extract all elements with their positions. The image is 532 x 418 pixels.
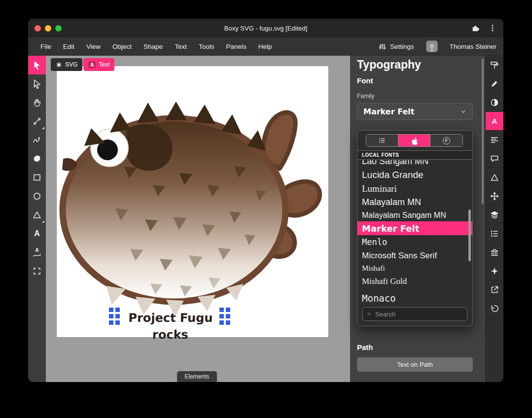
speech-bubble-icon <box>490 154 499 164</box>
layers-icon <box>490 210 499 220</box>
brush-panel-button[interactable] <box>486 74 503 93</box>
typography-icon: A <box>492 117 497 125</box>
menu-file[interactable]: File <box>40 43 51 50</box>
right-toolbar: A <box>485 56 503 382</box>
compositing-panel-button[interactable] <box>486 93 503 112</box>
edit-points-icon <box>32 116 42 126</box>
main-area: A A <box>28 56 503 382</box>
elements-panel-tab[interactable]: Elements <box>177 371 217 382</box>
user-avatar[interactable] <box>426 40 438 52</box>
transform-panel-button[interactable] <box>486 187 503 206</box>
list-icon <box>378 137 386 144</box>
selection-handles-left[interactable] <box>109 308 120 325</box>
panel-scrollbar[interactable] <box>482 59 484 204</box>
canvas-area[interactable]: Project Fugu rocks SVG <box>46 56 350 382</box>
tab-fontshare[interactable]: F <box>430 135 462 146</box>
minimize-window-button[interactable] <box>45 25 51 32</box>
selection-handles-right[interactable] <box>219 308 230 325</box>
breadcrumb-svg-chip[interactable]: SVG <box>51 58 82 71</box>
menu-help[interactable]: Help <box>258 43 272 50</box>
font-option[interactable]: Mishafi <box>357 262 472 275</box>
plugins-panel-button[interactable] <box>486 262 503 280</box>
brush-icon <box>490 79 499 89</box>
pencil-tool[interactable] <box>28 131 46 149</box>
menu-text[interactable]: Text <box>175 43 187 50</box>
text-tool[interactable]: A <box>28 224 46 243</box>
fugu-illustration[interactable] <box>57 66 328 337</box>
menu-panels[interactable]: Panels <box>226 43 246 50</box>
local-fonts-header: LOCAL FONTS <box>357 150 472 160</box>
menu-edit[interactable]: Edit <box>63 43 74 50</box>
rect-tool[interactable] <box>28 168 46 187</box>
extensions-icon[interactable] <box>471 24 480 33</box>
text-on-path-button[interactable]: Text on Path <box>357 357 473 372</box>
font-option[interactable]: Malayalam MN <box>357 196 472 209</box>
polygon-tool[interactable] <box>28 206 46 224</box>
text-path-tool[interactable]: A <box>28 243 46 262</box>
font-option[interactable]: Lao Sangam MN <box>357 160 472 168</box>
breadcrumb: SVG A Text <box>51 58 114 71</box>
direct-select-tool[interactable] <box>28 74 46 93</box>
blob-tool[interactable] <box>28 149 46 168</box>
menu-shape[interactable]: Shape <box>143 43 163 50</box>
objects-panel-button[interactable] <box>486 224 503 243</box>
font-list-scrollbar[interactable] <box>468 209 471 261</box>
zoom-window-button[interactable] <box>55 25 62 32</box>
text-layout-panel-button[interactable] <box>486 131 503 149</box>
font-family-value: Marker Felt <box>363 107 414 116</box>
font-option[interactable]: Microsoft Sans Serif <box>357 249 472 262</box>
font-option-label: Microsoft Sans Serif <box>362 251 437 261</box>
font-option[interactable]: Monaco <box>357 288 472 304</box>
font-option[interactable]: Lucida Grande <box>357 168 472 182</box>
points-tool[interactable] <box>28 112 46 131</box>
ellipse-tool[interactable] <box>28 187 46 206</box>
font-option[interactable]: Menlo <box>357 235 472 249</box>
breadcrumb-text-chip[interactable]: A Text <box>83 58 114 71</box>
app-window: Boxy SVG - fugu.svg [Edited] File Edit V… <box>28 19 503 382</box>
paint-panel-button[interactable] <box>486 56 503 74</box>
geometry-panel-button[interactable] <box>486 168 503 187</box>
select-tool[interactable] <box>28 56 46 74</box>
font-option-label: Marker Felt <box>362 223 419 234</box>
panel-title: Typography <box>357 58 421 71</box>
library-panel-button[interactable] <box>486 243 503 262</box>
font-option-label: Monaco <box>362 293 396 304</box>
settings-button[interactable]: Settings <box>378 42 414 51</box>
rectangle-icon <box>32 173 42 182</box>
history-panel-button[interactable] <box>486 299 503 318</box>
undo-arrow-icon <box>490 304 499 314</box>
font-search-input[interactable] <box>374 310 463 318</box>
canvas-text-object[interactable]: Project Fugu rocks <box>115 310 227 326</box>
close-window-button[interactable] <box>35 25 41 32</box>
export-panel-button[interactable] <box>486 280 503 299</box>
path-curve-icon <box>33 253 41 257</box>
view-tool[interactable] <box>28 262 46 280</box>
arrangement-panel-button[interactable] <box>486 206 503 224</box>
select-cursor-icon <box>32 60 42 70</box>
font-picker-popup: F LOCAL FONTS Lao Sangam MN Lucida Grand… <box>357 130 473 326</box>
text-path-icon: A <box>35 248 38 253</box>
hand-tool[interactable] <box>28 93 46 112</box>
font-option-selected[interactable]: Marker Felt <box>357 221 472 235</box>
tab-font-list[interactable] <box>366 135 398 146</box>
menu-object[interactable]: Object <box>112 43 132 50</box>
triangle-outline-icon <box>490 173 499 182</box>
font-option[interactable]: Mishafi Gold <box>357 275 472 288</box>
typography-panel-button[interactable]: A <box>486 112 503 131</box>
fullscreen-brackets-icon <box>32 266 42 276</box>
apple-icon <box>411 137 418 145</box>
tab-local-fonts[interactable] <box>398 135 430 146</box>
menu-tools[interactable]: Tools <box>199 43 214 50</box>
font-option-label: Lao Sangam MN <box>362 160 428 167</box>
breadcrumb-svg-label: SVG <box>65 61 77 68</box>
fontshare-icon: F <box>443 137 450 144</box>
font-option[interactable]: Malayalam Sangam MN <box>357 209 472 221</box>
font-option[interactable]: Luminari <box>357 182 472 196</box>
comments-panel-button[interactable] <box>486 149 503 168</box>
menu-view[interactable]: View <box>86 43 101 50</box>
kebab-menu-icon[interactable] <box>489 24 497 33</box>
artboard[interactable]: Project Fugu rocks <box>57 66 328 337</box>
hand-icon <box>32 98 42 107</box>
font-family-select[interactable]: Marker Felt <box>357 103 473 120</box>
user-name: Thomas Steiner <box>450 43 497 50</box>
